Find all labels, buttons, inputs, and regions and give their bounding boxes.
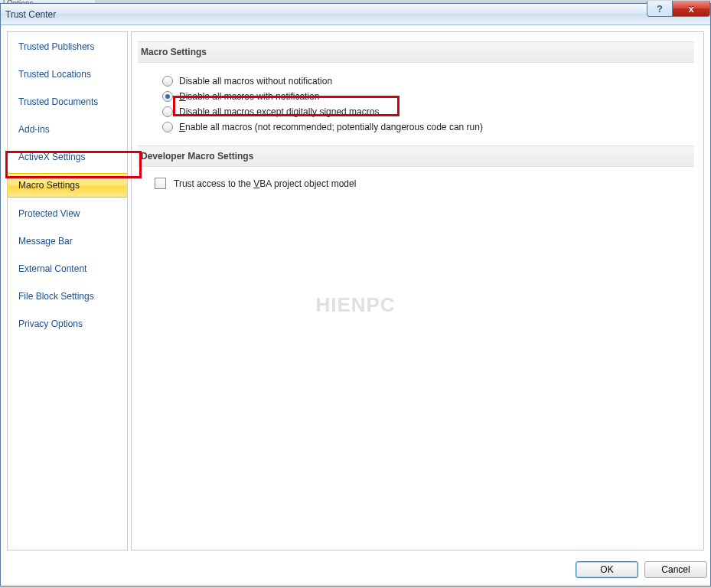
radio-enable-all-macros[interactable]: Enable all macros (not recommended; pote… xyxy=(162,119,694,135)
sidebar-item-trusted-locations[interactable]: Trusted Locations xyxy=(8,63,127,86)
radio-icon xyxy=(162,76,173,87)
dialog-footer: OK Cancel xyxy=(4,557,707,583)
radio-icon xyxy=(162,106,173,117)
radio-label: Disable all macros except digitally sign… xyxy=(179,106,379,117)
sidebar-item-label: Trusted Locations xyxy=(18,69,91,80)
sidebar-item-trusted-documents[interactable]: Trusted Documents xyxy=(8,90,127,113)
sidebar-item-label: File Block Settings xyxy=(18,291,94,302)
sidebar-item-macro-settings[interactable]: Macro Settings xyxy=(8,173,127,198)
window-buttons: ? x xyxy=(647,1,710,17)
help-icon: ? xyxy=(657,3,663,15)
sidebar-item-label: Trusted Publishers xyxy=(18,41,95,52)
radio-label: Enable all macros (not recommended; pote… xyxy=(179,122,483,132)
macro-settings-radiogroup: Disable all macros without notification … xyxy=(162,74,694,135)
sidebar-item-privacy-options[interactable]: Privacy Options xyxy=(8,312,127,335)
radio-disable-with-notification[interactable]: Disable all macros with notification xyxy=(162,89,694,104)
sidebar-item-activex-settings[interactable]: ActiveX Settings xyxy=(8,145,127,168)
sidebar-item-add-ins[interactable]: Add-ins xyxy=(8,118,127,141)
section-heading-macro: Macro Settings xyxy=(138,41,694,63)
checkbox-icon xyxy=(155,178,166,189)
radio-disable-except-signed[interactable]: Disable all macros except digitally sign… xyxy=(162,104,694,119)
content-pane: Macro Settings Disable all macros withou… xyxy=(131,31,704,550)
sidebar-item-label: Add-ins xyxy=(18,124,50,135)
help-button[interactable]: ? xyxy=(647,1,672,17)
sidebar-item-label: Privacy Options xyxy=(18,318,83,329)
titlebar: Trust Center ? x xyxy=(1,4,710,25)
sidebar-item-label: Macro Settings xyxy=(18,180,80,191)
close-button[interactable]: x xyxy=(672,1,710,17)
sidebar-item-message-bar[interactable]: Message Bar xyxy=(8,230,127,253)
radio-disable-without-notification[interactable]: Disable all macros without notification xyxy=(162,74,694,89)
sidebar-item-label: External Content xyxy=(18,263,86,274)
window-title: Trust Center xyxy=(1,9,56,20)
sidebar: Trusted Publishers Trusted Locations Tru… xyxy=(7,31,128,550)
section-heading-developer: Developer Macro Settings xyxy=(138,145,694,167)
cancel-button[interactable]: Cancel xyxy=(644,561,707,578)
sidebar-item-label: Protected View xyxy=(18,208,80,219)
radio-icon xyxy=(162,122,173,132)
radio-label: Disable all macros with notification xyxy=(179,91,319,102)
sidebar-item-file-block-settings[interactable]: File Block Settings xyxy=(8,285,127,308)
sidebar-item-label: Trusted Documents xyxy=(18,96,98,107)
checkbox-label: Trust access to the VBA project object m… xyxy=(174,178,356,189)
sidebar-item-label: Message Bar xyxy=(18,236,73,247)
dialog-body: Trusted Publishers Trusted Locations Tru… xyxy=(4,28,707,554)
radio-icon xyxy=(162,91,173,102)
sidebar-item-protected-view[interactable]: Protected View xyxy=(8,202,127,225)
ok-button[interactable]: OK xyxy=(576,561,638,578)
radio-label: Disable all macros without notification xyxy=(179,76,332,87)
sidebar-item-external-content[interactable]: External Content xyxy=(8,257,127,280)
trust-center-window: Trust Center ? x Trusted Publishers Trus… xyxy=(0,3,711,586)
sidebar-item-trusted-publishers[interactable]: Trusted Publishers xyxy=(8,35,127,58)
close-icon: x xyxy=(688,3,693,15)
sidebar-item-label: ActiveX Settings xyxy=(18,152,85,162)
checkbox-trust-vba-access[interactable]: Trust access to the VBA project object m… xyxy=(155,178,694,189)
